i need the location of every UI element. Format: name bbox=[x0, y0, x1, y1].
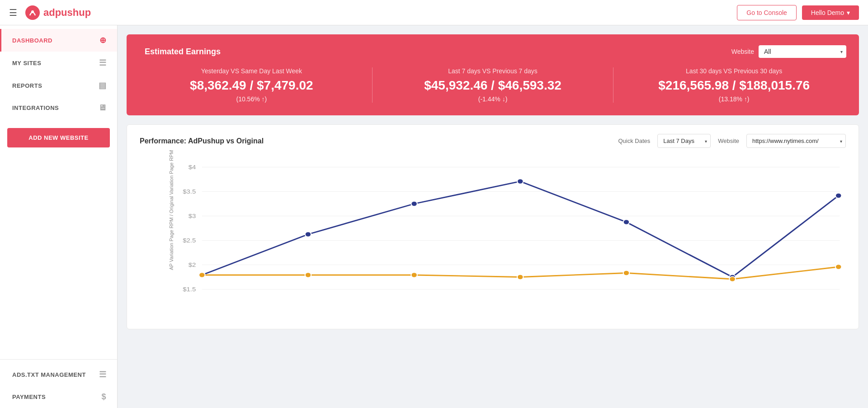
add-new-website-button[interactable]: ADD NEW WEBSITE bbox=[7, 128, 110, 147]
topnav: ☰ adpushup Go to Console Hello Demo ▾ bbox=[0, 0, 868, 25]
logo-text: adpushup bbox=[43, 7, 91, 19]
logo-icon bbox=[24, 5, 41, 21]
svg-text:$2: $2 bbox=[189, 262, 196, 268]
original-dot-3 bbox=[517, 275, 524, 280]
earnings-divider-1 bbox=[372, 67, 373, 103]
sidebar-label-ads-txt: Ads.txt Management bbox=[12, 371, 86, 378]
svg-text:$3: $3 bbox=[189, 213, 196, 219]
earnings-website-filter: Website All https://www.nytimes.com/ ▾ bbox=[731, 45, 846, 58]
topnav-right: Go to Console Hello Demo ▾ bbox=[737, 5, 859, 20]
adpushup-dot-1 bbox=[305, 232, 311, 237]
website-select-wrapper: All https://www.nytimes.com/ ▾ bbox=[746, 134, 846, 148]
earnings-metric-value-0: $8,362.49 / $7,479.02 bbox=[145, 78, 359, 93]
quick-dates-label: Quick Dates bbox=[618, 138, 650, 144]
earnings-metric-value-2: $216,565.98 / $188,015.76 bbox=[627, 78, 841, 93]
earnings-metric-change-0: (10.56% ↑) bbox=[145, 95, 359, 103]
performance-chart: $4 $3.5 $3 $2.5 $2 $1.5 bbox=[171, 157, 846, 320]
main-layout: Dashboard ⊕ My Sites ☰ Reports ▤ Integra… bbox=[0, 25, 868, 408]
sidebar-item-payments[interactable]: Payments $ bbox=[0, 386, 117, 408]
sidebar-item-ads-txt[interactable]: Ads.txt Management ☰ bbox=[0, 363, 117, 386]
earnings-metric-30days: Last 30 days VS Previous 30 days $216,56… bbox=[627, 67, 841, 103]
dashboard-icon: ⊕ bbox=[99, 35, 107, 45]
earnings-metric-label-1: Last 7 days VS Previous 7 days bbox=[386, 67, 600, 75]
earnings-website-label: Website bbox=[731, 48, 754, 55]
logo: adpushup bbox=[24, 5, 91, 21]
sidebar-label-integrations: Integrations bbox=[12, 104, 59, 111]
sidebar: Dashboard ⊕ My Sites ☰ Reports ▤ Integra… bbox=[0, 25, 118, 408]
adpushup-dot-3 bbox=[517, 179, 524, 184]
adpushup-line bbox=[202, 181, 839, 277]
earnings-card: Estimated Earnings Website All https://w… bbox=[127, 34, 859, 115]
original-dot-5 bbox=[729, 276, 736, 281]
chart-container: AP Variation Page RPM / Original Variati… bbox=[140, 157, 846, 320]
earnings-metric-label-0: Yesterday VS Same Day Last Week bbox=[145, 67, 359, 75]
integrations-icon: 🖥 bbox=[98, 103, 107, 113]
adpushup-dot-6 bbox=[835, 193, 842, 198]
sidebar-bottom: Ads.txt Management ☰ Payments $ bbox=[0, 359, 117, 408]
sidebar-label-payments: Payments bbox=[12, 394, 46, 400]
hello-demo-button[interactable]: Hello Demo ▾ bbox=[802, 5, 859, 20]
quick-dates-select[interactable]: Today Yesterday Last 7 Days Last 30 Days… bbox=[657, 134, 711, 148]
adpushup-dot-2 bbox=[411, 201, 417, 206]
svg-text:$1.5: $1.5 bbox=[183, 286, 196, 293]
content-area: Estimated Earnings Website All https://w… bbox=[118, 25, 868, 408]
sidebar-label-dashboard: Dashboard bbox=[12, 37, 52, 44]
svg-text:$2.5: $2.5 bbox=[183, 237, 196, 244]
sidebar-item-dashboard[interactable]: Dashboard ⊕ bbox=[0, 29, 117, 52]
earnings-metric-yesterday: Yesterday VS Same Day Last Week $8,362.4… bbox=[145, 67, 359, 103]
original-dot-6 bbox=[835, 264, 842, 269]
payments-icon: $ bbox=[101, 392, 106, 402]
original-dot-0 bbox=[199, 272, 205, 277]
chart-y-axis-label: AP Variation Page RPM / Original Variati… bbox=[169, 207, 174, 270]
performance-header: Performance: AdPushup vs Original Quick … bbox=[140, 134, 846, 148]
sidebar-item-reports[interactable]: Reports ▤ bbox=[0, 74, 117, 97]
original-dot-4 bbox=[623, 270, 630, 275]
sidebar-label-my-sites: My Sites bbox=[12, 60, 41, 66]
earnings-website-select[interactable]: All https://www.nytimes.com/ bbox=[759, 45, 846, 58]
my-sites-icon: ☰ bbox=[99, 58, 107, 68]
website-select[interactable]: All https://www.nytimes.com/ bbox=[746, 134, 846, 148]
website-label: Website bbox=[718, 138, 739, 144]
earnings-metric-change-2: (13.18% ↑) bbox=[627, 95, 841, 103]
performance-title: Performance: AdPushup vs Original bbox=[140, 137, 264, 145]
earnings-metric-label-2: Last 30 days VS Previous 30 days bbox=[627, 67, 841, 75]
sidebar-label-reports: Reports bbox=[12, 82, 42, 89]
adpushup-dot-4 bbox=[623, 219, 630, 224]
reports-icon: ▤ bbox=[99, 81, 107, 90]
earnings-metric-change-1: (-1.44% ↓) bbox=[386, 95, 600, 103]
earnings-metric-value-1: $45,932.46 / $46,593.32 bbox=[386, 78, 600, 93]
earnings-divider-2 bbox=[613, 67, 613, 103]
quick-dates-select-wrapper: Today Yesterday Last 7 Days Last 30 Days… bbox=[657, 134, 711, 148]
earnings-metric-7days: Last 7 days VS Previous 7 days $45,932.4… bbox=[386, 67, 600, 103]
earnings-metrics: Yesterday VS Same Day Last Week $8,362.4… bbox=[145, 67, 841, 103]
performance-card: Performance: AdPushup vs Original Quick … bbox=[127, 124, 859, 329]
sidebar-item-my-sites[interactable]: My Sites ☰ bbox=[0, 52, 117, 74]
sidebar-item-integrations[interactable]: Integrations 🖥 bbox=[0, 97, 117, 119]
ads-txt-icon: ☰ bbox=[99, 370, 107, 380]
hamburger-icon[interactable]: ☰ bbox=[9, 7, 17, 18]
svg-text:$3.5: $3.5 bbox=[183, 189, 196, 195]
original-dot-2 bbox=[411, 272, 417, 277]
performance-controls: Quick Dates Today Yesterday Last 7 Days … bbox=[618, 134, 846, 148]
original-dot-1 bbox=[305, 272, 311, 277]
svg-point-1 bbox=[31, 10, 34, 13]
earnings-website-select-wrapper: All https://www.nytimes.com/ ▾ bbox=[759, 45, 846, 58]
svg-text:$4: $4 bbox=[189, 164, 196, 171]
go-to-console-button[interactable]: Go to Console bbox=[737, 5, 797, 20]
